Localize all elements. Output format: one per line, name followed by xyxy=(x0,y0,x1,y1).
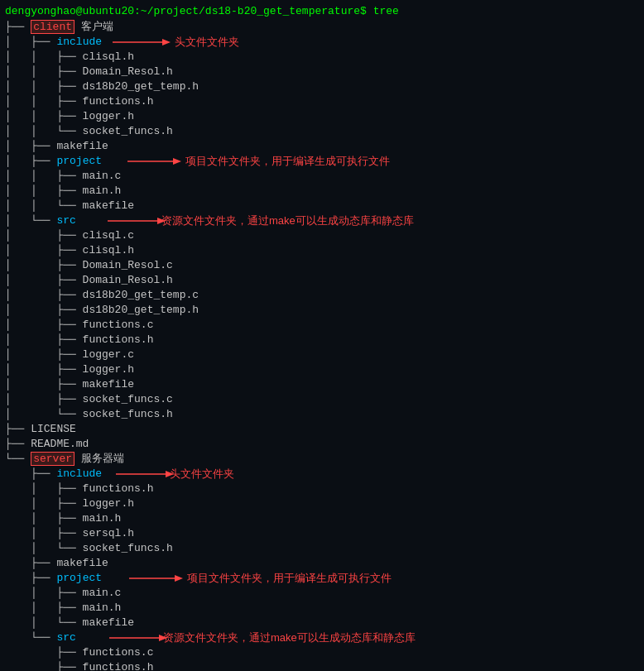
annotation-text: 项目文件文件夹，用于编译生成可执行文件 xyxy=(187,571,392,586)
tree-row: │ ├── functions.c xyxy=(5,317,639,332)
project-server-folder: project xyxy=(56,572,102,584)
tree-row: │ ├── ds18b20_get_temp.h xyxy=(5,302,639,317)
tree-row: └── src 资源文件文件夹，通过make可以生成动态库和静态库 xyxy=(5,630,639,645)
tree-row: │ ├── logger.c xyxy=(5,347,639,362)
tree-row: │ │ ├── Domain_Resol.h xyxy=(5,64,639,79)
tree-row: │ │ └── socket_funcs.h xyxy=(5,123,639,138)
tree-row: │ ├── socket_funcs.c xyxy=(5,391,639,406)
tree-row: ├── README.md xyxy=(5,436,639,451)
tree-row: │ └── src 资源文件文件夹，通过make可以生成动态库和静态库 xyxy=(5,213,639,228)
server-folder: server xyxy=(31,452,74,466)
tree-row: ├── functions.c xyxy=(5,645,639,659)
tree-row: │ ├── functions.h xyxy=(5,481,639,496)
tree-row: │ │ ├── functions.h xyxy=(5,93,639,108)
tree-row: │ ├── ds18b20_get_temp.c xyxy=(5,287,639,302)
tree-row: │ │ ├── main.h xyxy=(5,183,639,198)
tree-row: │ ├── project 项目文件文件夹，用于编译生成可执行文件 xyxy=(5,153,639,168)
tree-row: ├── include 头文件文件夹 xyxy=(5,466,639,481)
tree-row: │ ├── main.h xyxy=(5,510,639,525)
tree-row: │ ├── clisql.h xyxy=(5,242,639,257)
tree-row: │ └── makefile xyxy=(5,615,639,630)
svg-marker-1 xyxy=(162,39,171,46)
tree-row: │ ├── main.h xyxy=(5,600,639,615)
tree-row: │ ├── main.c xyxy=(5,585,639,600)
tree-row: │ │ ├── clisql.h xyxy=(5,49,639,64)
tree-row: │ ├── clisql.c xyxy=(5,228,639,242)
tree-row: └── server 服务器端 xyxy=(5,451,639,466)
svg-marker-3 xyxy=(173,158,181,165)
src-server-folder: src xyxy=(56,631,75,644)
tree-row: ├── LICENSE xyxy=(5,421,639,436)
tree-row: │ ├── logger.h xyxy=(5,496,639,510)
tree-row: │ ├── makefile xyxy=(5,376,639,391)
annotation-text: 资源文件文件夹，通过make可以生成动态库和静态库 xyxy=(163,630,416,645)
tree-row: │ │ └── makefile xyxy=(5,198,639,213)
tree-row: │ │ ├── ds18b20_get_temp.h xyxy=(5,79,639,93)
tree-row: │ ├── logger.h xyxy=(5,362,639,376)
tree-row: │ ├── functions.h xyxy=(5,332,639,347)
tree-row: │ │ ├── logger.h xyxy=(5,108,639,123)
tree-row: ├── client 客户端 xyxy=(5,19,639,34)
tree-row: ├── functions.h xyxy=(5,659,639,671)
tree-row: │ ├── Domain_Resol.h xyxy=(5,272,639,287)
tree-row: │ │ ├── main.c xyxy=(5,168,639,183)
tree-row: │ ├── makefile xyxy=(5,138,639,153)
tree-row: ├── makefile xyxy=(5,555,639,570)
tree-row: ├── project 项目文件文件夹，用于编译生成可执行文件 xyxy=(5,570,639,585)
include-server-folder: include xyxy=(56,467,102,480)
annotation-text: 头文件文件夹 xyxy=(175,35,239,50)
annotation-text: 项目文件文件夹，用于编译生成可执行文件 xyxy=(185,154,390,169)
src-folder: src xyxy=(56,214,75,227)
svg-marker-9 xyxy=(175,575,183,582)
tree-row: │ ├── include 头文件文件夹 xyxy=(5,34,639,49)
annotation-text: 头文件文件夹 xyxy=(170,467,234,482)
tree-row: │ ├── sersql.h xyxy=(5,525,639,540)
client-folder: client xyxy=(31,20,74,34)
tree-row: │ └── socket_funcs.h xyxy=(5,540,639,555)
tree-row: │ └── socket_funcs.h xyxy=(5,406,639,421)
tree-output: ├── client 客户端 │ ├── include 头文件文件夹 │ │ … xyxy=(0,19,644,671)
tree-row: │ ├── Domain_Resol.c xyxy=(5,257,639,272)
terminal: dengyonghao@ubuntu20:~/project/ds18-b20_… xyxy=(0,0,644,671)
project-folder: project xyxy=(56,155,102,167)
include-folder: include xyxy=(56,36,102,48)
command-line: dengyonghao@ubuntu20:~/project/ds18-b20_… xyxy=(0,3,644,19)
annotation-text: 资源文件文件夹，通过make可以生成动态库和静态库 xyxy=(161,213,414,228)
